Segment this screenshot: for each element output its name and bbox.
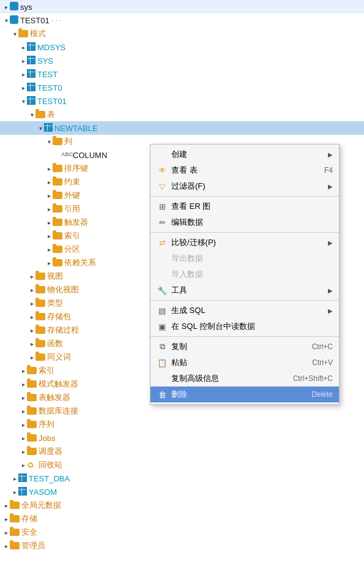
test01-suffix: · · · <box>52 17 61 24</box>
menu-label-view-table: 查看 表 <box>171 165 318 176</box>
label-cunchu-bao: 存储包 <box>47 311 71 322</box>
icon-waijian <box>53 192 62 199</box>
label-suoyin2: 索引 <box>39 365 54 376</box>
compare-arrow: ▶ <box>328 239 333 246</box>
menu-label-paste: 粘贴 <box>171 357 306 368</box>
arrow-cunchu-guoc <box>28 327 35 334</box>
separator-1 <box>150 196 339 197</box>
arrow-suoyin <box>45 233 53 239</box>
menu-label-copy: 复制 <box>171 341 306 352</box>
menu-item-view-table[interactable]: 👁 查看 表 F4 <box>150 162 339 178</box>
label-moshi: 模式 <box>30 28 46 39</box>
arrow-yinyong <box>45 206 53 213</box>
menu-item-compare[interactable]: ⇄ 比较/迁移(P) ▶ <box>150 235 339 251</box>
tree-item-guanliyuan[interactable]: 管理员 <box>0 539 364 552</box>
create-arrow: ▶ <box>328 151 333 158</box>
menu-label-copy-adv: 复制高级信息 <box>171 373 287 384</box>
tree-item-dblink[interactable]: 数据库连接 <box>0 404 364 418</box>
tree-item-moshi[interactable]: 模式 <box>0 27 364 40</box>
arrow-suoyin2 <box>20 368 27 374</box>
arrow-test01 <box>2 17 10 24</box>
icon-cunchu-guoc <box>35 326 45 334</box>
filter-icon: ▽ <box>157 182 168 191</box>
arrow-biaochu <box>20 394 27 401</box>
label-chufa: 触发器 <box>64 217 88 228</box>
tree-item-sys[interactable]: sys <box>0 0 364 13</box>
separator-2 <box>150 232 339 233</box>
copy-shortcut: Ctrl+C <box>312 342 333 351</box>
tools-arrow: ▶ <box>328 287 333 294</box>
menu-item-import[interactable]: 导入数据 <box>150 266 339 282</box>
menu-item-paste[interactable]: 📋 粘贴 Ctrl+V <box>150 355 339 371</box>
tree-item-quanju[interactable]: 全局元数据 <box>0 499 364 512</box>
icon-biaochu <box>27 394 37 401</box>
menu-item-filter[interactable]: ▽ 过滤器(F) ▶ <box>150 178 339 194</box>
tree-item-newtable[interactable]: NEWTABLE <box>0 121 364 135</box>
tree-item-jobs[interactable]: Jobs <box>0 431 364 445</box>
filter-arrow: ▶ <box>328 183 333 190</box>
tree-item-test01[interactable]: TEST01 · · · <box>0 13 364 27</box>
tools-icon: 🔧 <box>157 286 168 295</box>
label-test: TEST <box>37 70 58 79</box>
tree-item-mdsys[interactable]: MDSYS <box>0 40 364 54</box>
label-dblink: 数据库连接 <box>39 405 78 417</box>
arrow-cunchu <box>2 516 10 522</box>
tree-item-testdba[interactable]: TEST_DBA <box>0 472 364 485</box>
icon-dblink <box>27 407 37 415</box>
menu-label-compare: 比较/迁移(P) <box>171 237 328 248</box>
menu-label-export: 导出数据 <box>171 253 333 264</box>
tree-item-test[interactable]: TEST <box>0 67 364 81</box>
tree-item-diaoduqi[interactable]: 调度器 <box>0 445 364 458</box>
icon-chufa <box>53 219 62 226</box>
icon-fenqu <box>53 246 62 253</box>
arrow-syssch <box>20 58 27 64</box>
icon-wuhuashitu <box>35 286 45 293</box>
label-testdba: TEST_DBA <box>29 474 70 483</box>
menu-item-copy[interactable]: ⧉ 复制 Ctrl+C <box>150 339 339 355</box>
arrow-xulie <box>20 421 27 428</box>
menu-item-export[interactable]: 导出数据 <box>150 251 339 266</box>
tree-item-cunchu[interactable]: 存储 <box>0 512 364 526</box>
arrow-mdsys <box>20 44 27 51</box>
menu-label-read-sql: 在 SQL 控制台中读数据 <box>171 321 333 332</box>
tree-item-syssch[interactable]: SYS <box>0 54 364 67</box>
menu-item-tools[interactable]: 🔧 工具 ▶ <box>150 282 339 298</box>
icon-shitu <box>35 273 45 280</box>
label-moshichufa: 模式触发器 <box>39 379 78 390</box>
icon-column: ABC <box>61 150 71 159</box>
tree-item-huishouzhan[interactable]: ♻ 回收站 <box>0 458 364 472</box>
label-yiyici: 同义词 <box>47 352 71 363</box>
menu-label-view-er: 查看 ER 图 <box>171 201 333 212</box>
menu-item-create[interactable]: 创建 ▶ <box>150 146 339 162</box>
paste-icon: 📋 <box>157 358 168 368</box>
tree-item-yasom[interactable]: YASOM <box>0 485 364 499</box>
label-yinyong: 引用 <box>64 203 80 214</box>
menu-item-delete[interactable]: 🗑 删除 Delete <box>150 386 339 402</box>
tree-item-xulie[interactable]: 序列 <box>0 418 364 431</box>
menu-item-edit-data[interactable]: ✏ 编辑数据 <box>150 214 339 230</box>
arrow-testdba <box>11 475 18 482</box>
arrow-jobs <box>20 435 27 442</box>
arrow-guanliyuan <box>2 543 10 549</box>
label-huishouzhan: 回收站 <box>39 459 62 470</box>
label-yasom: YASOM <box>29 488 57 497</box>
icon-leixing <box>35 300 45 307</box>
label-newtable: NEWTABLE <box>54 124 98 133</box>
delete-shortcut: Delete <box>311 390 333 399</box>
arrow-test01sch <box>20 98 27 105</box>
menu-item-copy-adv[interactable]: 复制高级信息 Ctrl+Shift+C <box>150 371 339 386</box>
menu-label-gen-sql: 生成 SQL <box>171 305 328 316</box>
menu-item-view-er[interactable]: ⊞ 查看 ER 图 <box>150 198 339 214</box>
arrow-waijian <box>45 192 53 199</box>
icon-test <box>27 69 35 78</box>
icon-guanliyuan <box>10 542 20 549</box>
edit-data-icon: ✏ <box>157 218 168 227</box>
tree-item-test0[interactable]: TEST0 <box>0 81 364 94</box>
arrow-leixing <box>28 300 35 307</box>
tree-item-anquan[interactable]: 安全 <box>0 526 364 539</box>
tree-item-biao[interactable]: 表 <box>0 108 364 121</box>
icon-recycle: ♻ <box>27 460 37 470</box>
menu-item-gen-sql[interactable]: ▤ 生成 SQL ▶ <box>150 303 339 318</box>
menu-item-read-sql[interactable]: ▣ 在 SQL 控制台中读数据 <box>150 318 339 334</box>
tree-item-test01sch[interactable]: TEST01 <box>0 94 364 108</box>
